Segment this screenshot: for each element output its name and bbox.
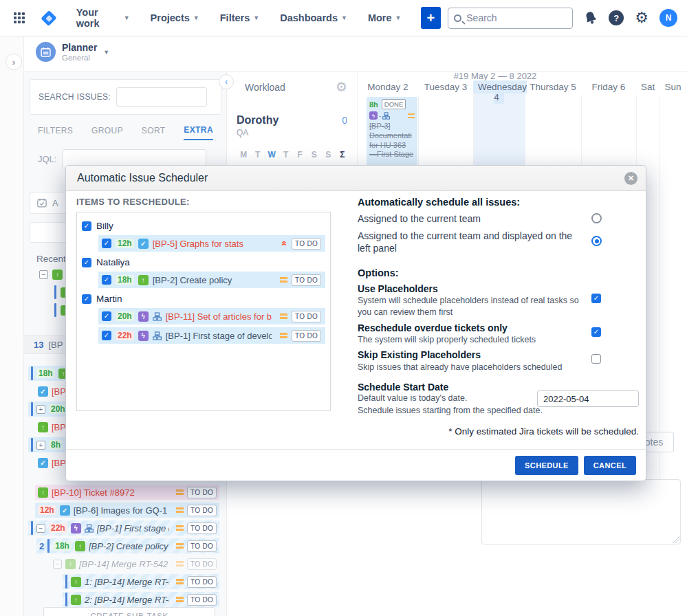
settings-gear-icon[interactable]: ⚙ <box>635 10 648 25</box>
priority-highest-icon <box>281 241 288 246</box>
notes-textarea[interactable] <box>481 479 681 544</box>
nav-more[interactable]: More▼ <box>361 12 408 23</box>
checkbox-checked[interactable] <box>102 239 111 248</box>
close-icon[interactable] <box>624 172 637 185</box>
start-date-input[interactable] <box>537 390 639 407</box>
radio-row-left-panel[interactable]: Assigned to the current team and display… <box>358 230 641 254</box>
option-reschedule-overdue[interactable]: Reschedule overdue tickets only The syst… <box>358 322 641 346</box>
issue-row[interactable]: 2 18h [BP-2] Create policy TO DO <box>36 538 219 553</box>
checkbox-checked[interactable] <box>102 311 111 321</box>
expand-icon[interactable]: + <box>36 441 45 450</box>
day-header-monday[interactable]: Monday 2 <box>358 82 418 92</box>
calendar-issue-card[interactable]: 8h DONE - [BP-3] Documentati for HU 363 … <box>367 97 417 172</box>
checkbox-unchecked[interactable] <box>591 354 601 364</box>
workload-collapse-toggle[interactable]: ‹ <box>219 74 234 89</box>
expand-icon[interactable]: + <box>36 405 45 414</box>
issue-row[interactable]: − [BP-14] Merge RT-542 TO DO <box>50 556 219 571</box>
day-header-thursday[interactable]: Thursday 5 <box>525 82 581 92</box>
nav-your-work[interactable]: Your work▼ <box>69 7 137 29</box>
assignee-group-row[interactable]: Martin <box>82 291 325 307</box>
create-subtask-button[interactable]: CREATE SUB-TASK <box>43 607 215 616</box>
checkbox-checked[interactable] <box>82 221 91 231</box>
option-use-placeholders[interactable]: Use Placeholders System will schedule pl… <box>358 283 641 319</box>
issue-title: 1: [BP-14] Merge RT-542 <box>85 577 169 587</box>
schedule-button[interactable]: SCHEDULE <box>515 456 578 475</box>
checkbox-checked[interactable] <box>591 327 601 337</box>
option-title: Reschedule overdue tickets only <box>358 322 586 334</box>
assignee-name: Billy <box>96 221 113 231</box>
priority-medium-icon <box>280 277 287 283</box>
reschedule-item-row[interactable]: 12h [BP-5] Graphs for stats TO DO <box>98 235 325 252</box>
tab-extra[interactable]: EXTRA <box>184 125 213 140</box>
status-badge: TO DO <box>187 576 217 588</box>
day-header-tuesday[interactable]: Tuesday 3 <box>418 82 473 92</box>
checkbox-checked[interactable] <box>102 331 111 340</box>
collapse-icon[interactable]: − <box>53 560 62 569</box>
checkbox-checked[interactable] <box>82 294 91 304</box>
sidebar-expand-toggle[interactable]: › <box>6 54 22 70</box>
status-badge: TO DO <box>187 522 217 534</box>
option-desc: System will schedule placeholders instea… <box>358 295 586 319</box>
user-avatar[interactable]: N <box>659 9 677 27</box>
assignee-group-row[interactable]: Billy <box>82 218 325 234</box>
app-switcher-icon[interactable] <box>14 12 24 23</box>
search-issues-input[interactable] <box>116 87 207 107</box>
priority-medium-icon <box>176 525 184 531</box>
board-selector[interactable]: Planner General ▼ <box>36 42 109 62</box>
tab-sort[interactable]: SORT <box>142 126 166 140</box>
day-header-friday[interactable]: Friday 6 <box>581 82 636 92</box>
status-badge-done: DONE <box>382 99 406 109</box>
tab-filters[interactable]: FILTERS <box>38 126 73 140</box>
collapse-icon[interactable]: − <box>36 524 45 533</box>
workload-settings-gear-icon[interactable]: ⚙ <box>336 79 347 95</box>
issue-row[interactable]: 12h [BP-6] Images for GQ-1 TO DO <box>35 503 219 518</box>
create-button[interactable]: + <box>421 7 441 29</box>
reschedule-item-row[interactable]: 22h [BP-1] First stage of development TO… <box>98 327 325 344</box>
checkbox-checked[interactable] <box>591 294 601 303</box>
checkbox-checked[interactable] <box>82 258 91 267</box>
status-badge: TO DO <box>292 311 321 322</box>
dash: - <box>379 112 381 120</box>
notifications-bell-icon[interactable] <box>582 9 600 26</box>
issue-row[interactable]: − <box>36 267 65 282</box>
tracking-bar <box>65 593 67 606</box>
help-icon[interactable]: ? <box>609 10 624 25</box>
issue-row[interactable]: − 22h [BP-1] First stage of ... TO DO <box>28 520 219 536</box>
day-header-sunday[interactable]: Sun <box>659 82 687 92</box>
issue-title: [BP-10] Ticket #8972 <box>52 487 135 498</box>
priority-medium-icon <box>280 333 287 338</box>
issue-row[interactable]: [BP-10] Ticket #8972 TO DO <box>35 485 219 500</box>
tab-group[interactable]: GROUP <box>91 126 123 140</box>
nav-dashboards[interactable]: Dashboards▼ <box>273 12 354 23</box>
cancel-button[interactable]: CANCEL <box>584 456 636 475</box>
option-skip-existing[interactable]: Skip Existing Placeholders Skip issues t… <box>358 349 641 373</box>
epic-icon <box>138 311 149 322</box>
radio-checked[interactable] <box>591 236 602 246</box>
resize-grip[interactable] <box>673 536 679 543</box>
nav-filters[interactable]: Filters▼ <box>213 12 266 23</box>
workload-person[interactable]: Dorothy 0 QA <box>227 95 357 138</box>
reschedule-item-row[interactable]: 18h [BP-2] Create policy TO DO <box>98 272 325 288</box>
options-title: Options: <box>358 267 641 278</box>
global-search[interactable] <box>448 8 573 29</box>
issue-row[interactable]: 2: [BP-14] Merge RT-542 TO DO <box>63 592 219 607</box>
search-input[interactable] <box>466 12 563 23</box>
task-icon <box>38 386 48 397</box>
estimated-footnote: * Only estimated Jira tickets will be sc… <box>358 426 641 437</box>
radio-unchecked[interactable] <box>591 213 602 223</box>
day-header-saturday[interactable]: Sat <box>636 82 659 92</box>
reschedule-item-row[interactable]: 20h [BP-11] Set of articles for blog TO … <box>98 308 325 324</box>
subtask-tree-icon <box>85 524 94 533</box>
estimate-badge: 18h <box>36 368 55 378</box>
radio-row-current-team[interactable]: Assigned to the current team <box>358 212 641 225</box>
collapse-icon[interactable]: − <box>39 270 48 279</box>
assignee-group-row[interactable]: Nataliya <box>82 254 325 270</box>
nav-projects[interactable]: Projects▼ <box>144 12 206 23</box>
day-header-wednesday[interactable]: Wednesday 4 <box>473 82 525 102</box>
issue-row[interactable]: 1: [BP-14] Merge RT-542 TO DO <box>63 574 219 589</box>
automatic-issue-scheduler-dialog: Automatic Issue Scheduler ITEMS TO RESCH… <box>65 165 646 481</box>
option-desc: Skip issues that already have placeholde… <box>358 362 586 374</box>
jira-logo-icon[interactable] <box>41 10 56 25</box>
checkbox-checked[interactable] <box>102 275 111 285</box>
tracking-bar <box>31 521 33 535</box>
